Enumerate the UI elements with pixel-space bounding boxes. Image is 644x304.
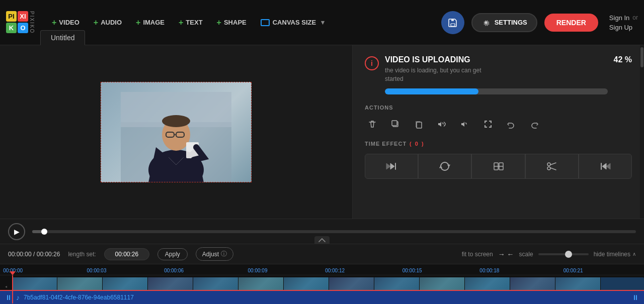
fast-forward-icon: [385, 161, 397, 171]
audio-note-icon: ♪: [16, 293, 20, 301]
progress-bar-container: [385, 88, 608, 94]
duplicate-icon: [391, 120, 400, 129]
time-effect-count-close: ): [422, 141, 424, 147]
ruler-tick-4: 00:00:12: [325, 268, 345, 273]
render-button[interactable]: RENDER: [544, 14, 598, 32]
timeline-controls-bar: 00:00:00 / 00:00:26 length set: Apply Ad…: [0, 244, 644, 264]
time-effect-count-val: 0: [415, 141, 419, 147]
redo-button[interactable]: [527, 118, 542, 131]
logo-cell-xi: XI: [18, 11, 28, 22]
time-effect-label: TIME EFFECT ( 0 ): [365, 141, 632, 147]
actions-label: ACTIONS: [365, 105, 632, 111]
settings-button[interactable]: SETTINGS: [471, 13, 537, 32]
cut-icon: [546, 161, 558, 171]
duplicate-button[interactable]: [388, 118, 403, 131]
length-input[interactable]: [104, 248, 149, 260]
plus-icon: +: [179, 18, 183, 27]
nav-image-label: IMAGE: [143, 19, 165, 26]
loop-button[interactable]: [418, 154, 471, 179]
rewind-button[interactable]: [579, 154, 632, 179]
plus-icon: +: [94, 18, 98, 27]
scale-slider[interactable]: [538, 253, 589, 255]
ruler-tick-6: 00:00:18: [479, 268, 499, 273]
nav-image-button[interactable]: + IMAGE: [129, 15, 172, 30]
right-scrollbar[interactable]: [640, 45, 644, 219]
render-label: RENDER: [556, 19, 586, 27]
svg-rect-13: [417, 122, 422, 128]
redo-icon: [530, 120, 539, 129]
upload-section: i VIDEO IS UPLOADING the video is loadin…: [365, 55, 632, 94]
plus-icon: +: [136, 18, 140, 27]
time-effect-row: [365, 154, 632, 179]
save-button[interactable]: [441, 11, 464, 34]
logo-cell-o: O: [18, 23, 28, 33]
scale-label: scale: [519, 251, 533, 258]
save-icon: [447, 17, 458, 28]
settings-label: SETTINGS: [495, 19, 527, 26]
hide-label: hide timelines: [594, 251, 630, 258]
canvas-border: [101, 82, 252, 182]
scale-slider-thumb: [565, 251, 572, 258]
nav-canvas-size-button[interactable]: CANVAS SIZE ▾: [254, 16, 332, 29]
volume-down-button[interactable]: [457, 118, 472, 131]
logo-cell-k: K: [6, 23, 17, 33]
copy-icon: [414, 120, 423, 129]
cut-button[interactable]: [525, 154, 579, 179]
volume-down-icon: [460, 120, 469, 129]
right-panel: i VIDEO IS UPLOADING the video is loadin…: [352, 45, 644, 219]
copy-button[interactable]: [411, 118, 426, 131]
expand-button[interactable]: [480, 118, 496, 131]
chevron-down-icon: ▾: [321, 19, 325, 26]
volume-up-button[interactable]: [434, 118, 449, 131]
time-effect-count: (: [410, 141, 412, 147]
upload-percent: 42 %: [614, 55, 632, 64]
ruler-tick-5: 00:00:15: [403, 268, 422, 273]
nav-canvas-size-label: CANVAS SIZE: [273, 19, 316, 26]
trash-icon: [368, 120, 377, 129]
canvas-icon: [261, 19, 270, 26]
freeze-icon: [493, 161, 505, 171]
upload-title: VIDEO IS UPLOADING: [385, 55, 608, 64]
upload-subtitle-line2: started: [385, 75, 608, 83]
nav-video-label: VIDEO: [59, 19, 79, 26]
fit-arrows: → ←: [498, 250, 514, 258]
nav-shape-button[interactable]: + SHAPE: [210, 15, 254, 30]
fit-screen-wrap: fit to screen → ← scale hide timelines ∧: [462, 250, 636, 258]
play-button[interactable]: ▶: [8, 223, 25, 240]
main-area: i VIDEO IS UPLOADING the video is loadin…: [0, 45, 644, 219]
left-label-1: ◂: [5, 284, 7, 289]
nav-audio-button[interactable]: + AUDIO: [87, 15, 129, 30]
ruler-tick-2: 00:00:06: [164, 268, 184, 273]
sign-in-link[interactable]: Sign In: [609, 14, 629, 22]
chevron-up-icon: ∧: [632, 251, 636, 257]
nav-video-button[interactable]: + VIDEO: [45, 15, 87, 30]
canvas-area: [0, 45, 352, 219]
undo-button[interactable]: [504, 118, 519, 131]
apply-button[interactable]: Apply: [157, 248, 188, 260]
svg-point-18: [547, 167, 550, 170]
freeze-button[interactable]: [471, 154, 525, 179]
time-effect-text: TIME EFFECT: [365, 141, 407, 147]
nav-text-button[interactable]: + TEXT: [172, 15, 210, 30]
ruler-tick-7: 00:00:21: [564, 268, 583, 273]
trash-button[interactable]: [365, 118, 380, 131]
playhead[interactable]: [12, 275, 13, 303]
untitled-tab[interactable]: Untitled: [40, 30, 85, 45]
plus-icon: +: [52, 18, 56, 27]
playhead-arrow: [10, 271, 16, 275]
loop-icon: [439, 161, 451, 171]
top-nav: PI XI K O PIXIKO + VIDEO + AUDIO + IMAGE…: [0, 0, 644, 45]
collapse-handle[interactable]: [314, 236, 330, 244]
plus-icon: +: [217, 18, 221, 27]
timeline-slider[interactable]: [32, 230, 636, 233]
hide-timelines-button[interactable]: hide timelines ∧: [594, 251, 636, 258]
fast-forward-button[interactable]: [365, 154, 418, 179]
upload-text-area: VIDEO IS UPLOADING the video is loading,…: [385, 55, 608, 94]
nav-text-label: TEXT: [186, 19, 202, 26]
svg-line-19: [550, 163, 556, 165]
audio-filename: 7b5adf81-04f2-4cfe-876e-94eab6581117: [24, 294, 134, 301]
adjust-button[interactable]: Adjust ⓘ: [196, 247, 233, 261]
sign-up-link[interactable]: Sign Up: [609, 24, 632, 31]
actions-row: [365, 118, 632, 131]
audio-track-bar[interactable]: ⏸ ♪ 7b5adf81-04f2-4cfe-876e-94eab6581117…: [0, 290, 644, 304]
